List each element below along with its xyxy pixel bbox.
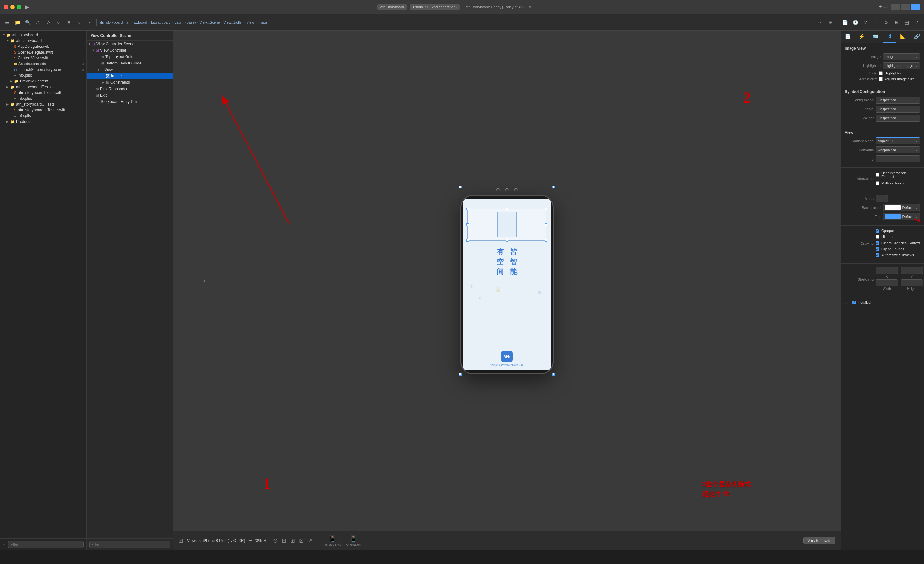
tab-attributes[interactable]: 🎛: [883, 31, 896, 43]
settings-icon[interactable]: ⚙: [882, 18, 891, 27]
scene-top-layout[interactable]: ⊞ Top Layout Guide: [87, 54, 173, 60]
add-tab-button[interactable]: +: [878, 3, 882, 10]
sidebar-add-btn[interactable]: +: [3, 542, 6, 547]
tab-connections[interactable]: 🔗: [910, 31, 924, 43]
adjusts-image-checkbox[interactable]: [879, 77, 883, 81]
device-phone-portrait[interactable]: 📱 Interface Style: [322, 535, 341, 546]
installed-checkbox[interactable]: [852, 301, 856, 304]
tree-preview[interactable]: 📁 Preview Content: [0, 78, 86, 84]
stretch-x-input[interactable]: 0: [876, 267, 898, 274]
tree-appdelegate[interactable]: S AppDelegate.swift: [0, 43, 86, 49]
scene-exit[interactable]: ⊟ Exit: [87, 92, 173, 99]
hierarchy-icon[interactable]: ⊕: [892, 18, 901, 27]
scene-view[interactable]: □ View: [87, 66, 173, 73]
zoom-out-btn[interactable]: −: [249, 538, 252, 543]
tag-input[interactable]: 0: [876, 155, 920, 162]
canvas-content[interactable]: → ⊙⊙⊙: [173, 31, 840, 531]
multiple-touch-checkbox[interactable]: [876, 181, 879, 185]
inspector-toggle[interactable]: ⋮: [816, 18, 825, 27]
background-plus-btn[interactable]: +: [845, 205, 850, 210]
tree-products[interactable]: 📁 Products: [0, 119, 86, 124]
folder-icon[interactable]: 📁: [13, 18, 22, 27]
scene-image[interactable]: 🖼 Image: [87, 73, 173, 79]
tree-tests-swift[interactable]: S afn_storyboardTests.swift: [0, 90, 86, 96]
device-phone-stripe[interactable]: 📱 Orientation: [346, 535, 360, 546]
opaque-checkbox[interactable]: [876, 229, 879, 233]
hidden-checkbox[interactable]: [876, 235, 879, 239]
tab-file[interactable]: 📄: [841, 31, 855, 43]
installed-plus-btn[interactable]: +: [845, 301, 850, 306]
tab-identity[interactable]: 🪪: [868, 31, 882, 43]
stretch-y-input[interactable]: 0: [901, 267, 923, 274]
layout-btn-1[interactable]: [891, 4, 900, 10]
scene-vc-scene[interactable]: ⊟ View Controller Scene: [87, 41, 173, 47]
bookmark-icon[interactable]: ◇: [44, 18, 52, 27]
tab-size[interactable]: 📐: [896, 31, 910, 43]
tree-tests[interactable]: 📁 afn_storyboardTests: [0, 84, 86, 90]
bc-project[interactable]: afn_storyboard: [99, 21, 123, 24]
tree-scenedelegate[interactable]: S SceneDelegate.swift: [0, 49, 86, 55]
window-controls[interactable]: [4, 5, 21, 9]
content-mode-select[interactable]: Aspect Fit ⌄: [876, 137, 920, 144]
run-button[interactable]: ▶: [25, 3, 29, 10]
scene-bottom-layout[interactable]: ⊞ Bottom Layout Guide: [87, 60, 173, 66]
tree-tests-plist[interactable]: ≡ Info.plist: [0, 96, 86, 102]
share-icon[interactable]: ↗: [912, 18, 921, 27]
panel-icon[interactable]: ▤: [902, 18, 911, 27]
issue-icon[interactable]: ○: [54, 18, 63, 27]
scene-vc[interactable]: ⊟ View Controller: [87, 47, 173, 54]
minimize-button[interactable]: [10, 5, 15, 9]
maximize-button[interactable]: [17, 5, 21, 9]
tree-launchscreen[interactable]: ⊟ LaunchScreen.storyboard M: [0, 67, 86, 72]
highlighted-plus-btn[interactable]: +: [845, 63, 850, 68]
tree-group-afn[interactable]: 📁 afn_storyboard: [0, 38, 86, 43]
clip-to-bounds-checkbox[interactable]: [876, 247, 879, 251]
project-pill[interactable]: afn_storyboard: [377, 4, 407, 10]
tint-plus-btn[interactable]: +: [845, 214, 850, 219]
bc-viewcontroller[interactable]: View...troller: [224, 21, 243, 24]
stretch-w-input[interactable]: 1: [876, 280, 898, 286]
background-select[interactable]: Default ⌄: [883, 204, 920, 211]
forward-icon[interactable]: ›: [85, 18, 94, 27]
image-plus-btn[interactable]: +: [845, 54, 850, 59]
vary-for-traits-btn[interactable]: Vary for Traits: [803, 537, 836, 545]
fit-icon[interactable]: ⊙: [273, 537, 278, 544]
tree-uitests[interactable]: 📁 afn_storyboardUITests: [0, 102, 86, 107]
tab-quick[interactable]: ⚡: [855, 31, 868, 43]
config-select[interactable]: Unspecified ⌄: [876, 97, 920, 104]
share-canvas-icon[interactable]: ↗: [308, 537, 312, 544]
align-icon[interactable]: ⊞: [290, 537, 295, 544]
bc-folder[interactable]: afn_s...board: [126, 21, 147, 24]
user-interaction-checkbox[interactable]: [876, 173, 879, 177]
lock-icon[interactable]: ⊟: [282, 537, 286, 544]
scene-storyboard-entry[interactable]: → Storyboard Entry Point: [87, 99, 173, 105]
sidebar-toggle[interactable]: ☰: [3, 18, 12, 27]
semantic-select[interactable]: Unspecified ⌄: [876, 146, 920, 153]
bc-image[interactable]: Image: [258, 21, 268, 24]
warning-icon[interactable]: ⚠: [33, 18, 42, 27]
tree-uitests-plist[interactable]: ≡ Info.plist: [0, 113, 86, 119]
bc-viewscene[interactable]: View...Scene: [200, 21, 220, 24]
clock-icon[interactable]: 🕐: [851, 18, 860, 27]
scene-constraints[interactable]: ⊞ Constraints: [87, 79, 173, 86]
search-icon[interactable]: 🔍: [23, 18, 32, 27]
layout-btn-3[interactable]: [911, 4, 920, 10]
device-pill[interactable]: iPhone SE (2nd generation): [410, 4, 460, 10]
bc-launchboard[interactable]: Laun...board: [151, 21, 171, 24]
info-icon[interactable]: ℹ: [872, 18, 880, 27]
highlighted-checkbox[interactable]: [879, 71, 883, 75]
scale-select[interactable]: Unspecified ⌄: [876, 106, 920, 112]
bug-icon[interactable]: ?: [861, 18, 870, 27]
tree-contentview[interactable]: S ContentView.swift: [0, 55, 86, 61]
list-icon[interactable]: ≡: [64, 18, 73, 27]
image-select[interactable]: Image ⌄: [883, 53, 920, 60]
scene-filter-input[interactable]: [89, 541, 171, 548]
stretch-h-input[interactable]: 1: [901, 280, 923, 286]
highlighted-select[interactable]: Highlighted Image ⌄: [883, 62, 920, 69]
scene-first-responder[interactable]: ⊕ First Responder: [87, 86, 173, 92]
tree-assets[interactable]: ◼ Assets.xcassets M: [0, 61, 86, 67]
clears-graphics-checkbox[interactable]: [876, 241, 879, 245]
bc-view[interactable]: View: [247, 21, 254, 24]
distribute-icon[interactable]: ⊠: [299, 537, 304, 544]
bottom-expand-icon[interactable]: ⊞: [178, 537, 183, 544]
